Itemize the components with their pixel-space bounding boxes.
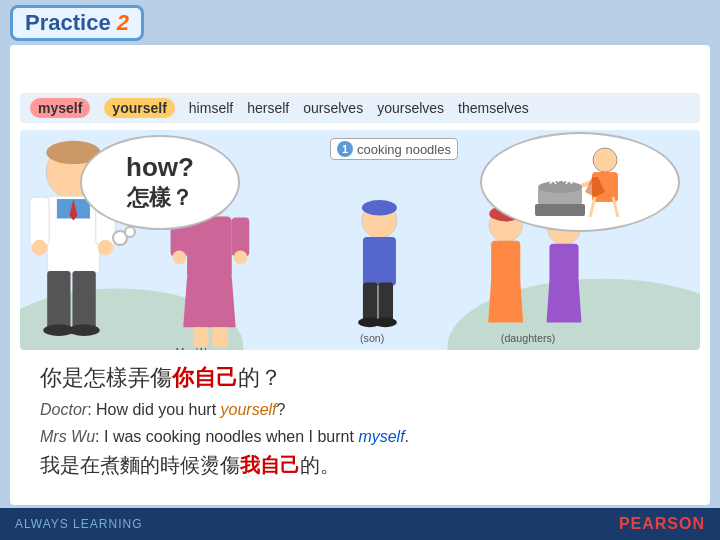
pronoun-ourselves: ourselves: [303, 100, 363, 116]
pronoun-myself[interactable]: myself: [30, 98, 90, 118]
chinese-main-end: 的？: [238, 365, 282, 390]
svg-text:(daughters): (daughters): [501, 332, 556, 344]
mrswu-text-before: : I was cooking noodles when I burnt: [95, 428, 358, 445]
svg-rect-45: [491, 241, 520, 285]
svg-point-0: [593, 148, 617, 172]
svg-point-30: [173, 251, 187, 265]
pronoun-themselves: themselves: [458, 100, 529, 116]
chinese-sub-highlight: 我自己: [240, 454, 300, 476]
svg-text:(son): (son): [360, 332, 384, 344]
cooking-text: cooking noodles: [357, 142, 451, 157]
svg-marker-50: [547, 281, 582, 323]
chinese-main-highlight: 你自己: [172, 365, 238, 390]
svg-line-2: [590, 197, 595, 217]
svg-rect-21: [72, 271, 95, 329]
pronoun-himself: himself: [189, 100, 233, 116]
doctor-text-before: : How did you hurt: [87, 401, 220, 418]
svg-rect-27: [187, 217, 232, 280]
svg-marker-32: [183, 277, 235, 328]
how-chinese: 怎樣？: [127, 183, 193, 213]
chinese-sub-end: 的。: [300, 454, 340, 476]
svg-point-23: [69, 324, 100, 336]
doctor-dialog: Doctor: How did you hurt yourself?: [40, 398, 680, 422]
mrswu-label: Mrs Wu: [40, 428, 95, 445]
pronoun-yourself[interactable]: yourself: [104, 98, 174, 118]
svg-text:Mrs Wu: Mrs Wu: [175, 346, 212, 350]
thought-bubble-how: how? 怎樣？: [80, 135, 240, 230]
cooking-illustration: [520, 142, 640, 222]
title-number: 2: [117, 10, 129, 35]
how-english: how?: [126, 152, 194, 183]
svg-point-42: [374, 318, 397, 328]
svg-point-7: [538, 181, 582, 193]
thought-bubble-cooking: [480, 132, 680, 232]
svg-point-19: [98, 240, 114, 256]
svg-point-31: [234, 251, 248, 265]
chinese-sub-text: 我是在煮麵的時候燙傷: [40, 454, 240, 476]
always-learning-text: ALWAYS LEARNING: [15, 517, 142, 531]
practice-text: Practice: [25, 10, 111, 35]
chinese-sub-line: 我是在煮麵的時候燙傷我自己的。: [40, 452, 680, 479]
bottom-bar: ALWAYS LEARNING PEARSON: [0, 508, 720, 540]
svg-marker-46: [488, 281, 523, 323]
pronoun-yourselves: yourselves: [377, 100, 444, 116]
svg-rect-16: [30, 197, 49, 246]
mrswu-dialog: Mrs Wu: I was cooking noodles when I bur…: [40, 425, 680, 449]
svg-rect-33: [193, 327, 209, 346]
svg-rect-39: [363, 283, 378, 322]
doctor-yourself: yourself: [221, 401, 277, 418]
text-area: 你是怎樣弄傷你自己的？ Doctor: How did you hurt you…: [20, 355, 700, 487]
mrswu-text-after: .: [405, 428, 409, 445]
svg-rect-40: [378, 283, 393, 322]
doctor-text-after: ?: [277, 401, 286, 418]
chinese-main-question: 你是怎樣弄傷你自己的？: [40, 363, 680, 394]
pronoun-row: myself yourself himself herself ourselve…: [20, 93, 700, 123]
practice-label: Practice 2: [25, 10, 129, 35]
svg-rect-8: [535, 204, 585, 216]
svg-rect-34: [212, 327, 228, 346]
doctor-label: Doctor: [40, 401, 87, 418]
svg-rect-49: [549, 244, 578, 285]
svg-rect-38: [363, 237, 396, 286]
chinese-main-text: 你是怎樣弄傷: [40, 365, 172, 390]
svg-point-37: [362, 200, 397, 216]
scene-area: how? 怎樣？ 1 cooking noodles: [20, 130, 700, 350]
pronoun-herself: herself: [247, 100, 289, 116]
title-bar: Practice 2: [10, 5, 144, 41]
main-card: myself yourself himself herself ourselve…: [10, 45, 710, 505]
svg-rect-20: [47, 271, 70, 329]
cooking-label: 1 cooking noodles: [330, 138, 458, 160]
mrswu-myself: myself: [358, 428, 404, 445]
cooking-number: 1: [337, 141, 353, 157]
pearson-logo: PEARSON: [619, 515, 705, 533]
svg-point-18: [32, 240, 48, 256]
